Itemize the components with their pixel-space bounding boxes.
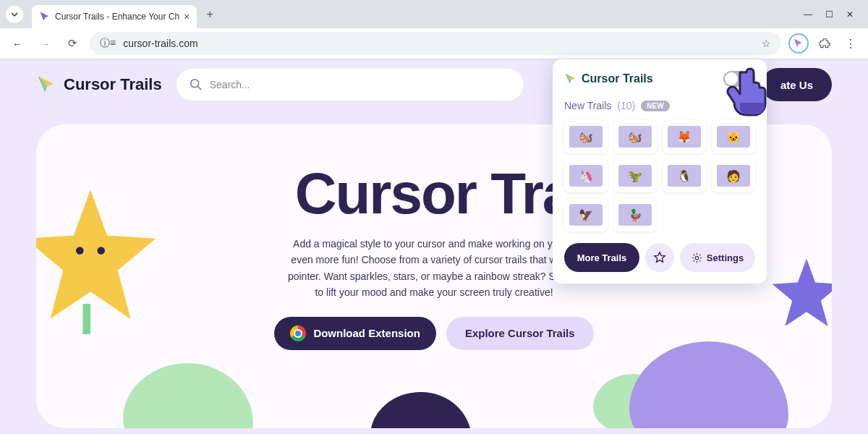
trail-item[interactable]: 🧑 <box>712 159 755 192</box>
gear-icon <box>692 252 702 263</box>
browser-tab[interactable]: Cursor Trails - Enhance Your Ch × <box>32 5 197 28</box>
tab-search-button[interactable] <box>6 6 23 23</box>
settings-button[interactable]: Settings <box>680 243 755 272</box>
url-text: cursor-trails.com <box>123 38 197 49</box>
window-controls: — ☐ ✕ <box>804 9 862 20</box>
reload-button[interactable]: ⟳ <box>62 33 82 54</box>
trail-thumbnail: 🐿️ <box>569 126 603 148</box>
trail-thumbnail: 🦊 <box>668 126 701 148</box>
minimize-button[interactable]: — <box>804 9 812 20</box>
toggle-knob <box>725 72 738 85</box>
trail-thumbnail: 🐿️ <box>618 126 652 148</box>
chrome-menu-button[interactable]: ⋮ <box>841 33 861 54</box>
trail-thumbnail: 🦖 <box>618 165 652 187</box>
star-decoration <box>36 182 166 334</box>
search-placeholder: Search... <box>210 79 250 90</box>
rate-label: ate Us <box>780 79 813 91</box>
trail-thumbnail: 🦄 <box>569 165 603 187</box>
trail-item[interactable]: 🦄 <box>564 159 608 192</box>
toggle-state: off <box>741 73 751 81</box>
new-tab-button[interactable]: + <box>200 4 220 25</box>
search-input[interactable]: Search... <box>176 69 524 101</box>
explore-trails-button[interactable]: Explore Cursor Trails <box>446 317 594 350</box>
section-count: (10) <box>617 100 635 111</box>
purple-cloud-decoration <box>629 341 788 428</box>
svg-line-1 <box>197 87 201 90</box>
new-trails-section-header[interactable]: New Trails (10) NEW <box>564 100 755 111</box>
svg-rect-4 <box>83 304 91 334</box>
chrome-icon <box>290 326 306 341</box>
tab-title: Cursor Trails - Enhance Your Ch <box>55 12 179 22</box>
cursor-logo-icon <box>36 75 56 95</box>
rate-us-button[interactable]: ate Us <box>762 68 832 101</box>
trail-item[interactable]: 🐿️ <box>564 120 608 153</box>
dark-blob-decoration <box>370 392 472 428</box>
new-badge: NEW <box>641 101 669 111</box>
enable-toggle[interactable]: off <box>723 71 755 87</box>
explore-label: Explore Cursor Trails <box>465 327 575 339</box>
popup-brand: Cursor Trails <box>582 72 653 85</box>
more-trails-label: More Trails <box>577 252 627 263</box>
chevron-up-icon[interactable] <box>746 100 755 111</box>
browser-chrome: Cursor Trails - Enhance Your Ch × + — ☐ … <box>0 0 868 59</box>
trail-thumbnail: 🐧 <box>668 165 701 187</box>
trail-grid: 🐿️🐿️🦊🐱🦄🦖🐧🧑🦅🦆 <box>564 120 755 231</box>
tab-close-button[interactable]: × <box>184 11 190 22</box>
star-icon <box>653 251 666 264</box>
svg-point-3 <box>97 247 105 255</box>
site-logo[interactable]: Cursor Trails <box>36 75 162 95</box>
trail-item[interactable]: 🐱 <box>712 120 755 153</box>
extensions-icon[interactable] <box>814 33 835 54</box>
site-info-icon[interactable]: ⓘ≡ <box>100 37 116 50</box>
forward-button[interactable]: → <box>35 33 55 54</box>
download-label: Download Extension <box>313 327 420 339</box>
bookmark-star-icon[interactable]: ☆ <box>762 38 771 49</box>
download-extension-button[interactable]: Download Extension <box>274 317 436 350</box>
cursor-logo-icon <box>564 72 577 85</box>
cursor-trails-extension-icon[interactable] <box>788 33 809 54</box>
search-icon <box>190 78 203 91</box>
trail-thumbnail: 🧑 <box>717 165 750 187</box>
trail-item[interactable]: 🦊 <box>663 120 706 153</box>
extension-popup: Cursor Trails off New Trails (10) NEW 🐿️… <box>553 59 767 284</box>
purple-star-decoration <box>767 255 832 334</box>
trail-thumbnail: 🦆 <box>618 204 652 226</box>
trail-thumbnail: 🐱 <box>717 126 750 148</box>
green-blob-decoration <box>123 363 253 428</box>
trail-item[interactable]: 🦖 <box>613 159 657 192</box>
trail-item[interactable]: 🦆 <box>613 198 657 231</box>
tab-favicon-icon <box>39 11 51 22</box>
favorites-button[interactable] <box>645 243 674 272</box>
logo-text: Cursor Trails <box>64 75 162 94</box>
popup-logo: Cursor Trails <box>564 72 653 85</box>
tab-bar: Cursor Trails - Enhance Your Ch × + — ☐ … <box>0 0 868 28</box>
svg-point-7 <box>695 256 699 260</box>
url-field[interactable]: ⓘ≡ cursor-trails.com ☆ <box>90 32 781 55</box>
back-button[interactable]: ← <box>7 33 27 54</box>
trail-thumbnail: 🦅 <box>569 204 603 226</box>
section-title: New Trails <box>564 100 611 111</box>
trail-item[interactable]: 🐿️ <box>613 120 657 153</box>
trail-item[interactable]: 🐧 <box>663 159 706 192</box>
svg-point-2 <box>76 247 84 255</box>
close-window-button[interactable]: ✕ <box>846 9 854 20</box>
address-bar: ← → ⟳ ⓘ≡ cursor-trails.com ☆ ⋮ <box>0 28 868 59</box>
svg-point-0 <box>191 80 199 88</box>
settings-label: Settings <box>707 252 744 263</box>
trail-item[interactable]: 🦅 <box>564 198 608 231</box>
more-trails-button[interactable]: More Trails <box>564 243 639 272</box>
maximize-button[interactable]: ☐ <box>825 9 833 20</box>
